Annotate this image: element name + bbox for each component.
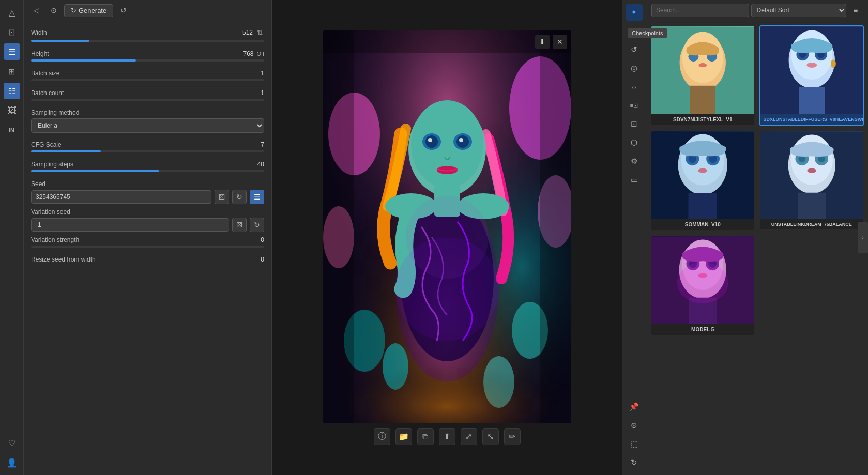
variation-seed-input[interactable] <box>31 218 229 232</box>
svg-rect-57 <box>688 193 717 219</box>
svg-point-65 <box>807 168 816 173</box>
layers-icon[interactable]: ☷ <box>4 83 20 99</box>
sampling-method-select[interactable]: Euler a Euler LMS Heun DPM2 DPM++ 2M DDI… <box>31 118 264 133</box>
svg-point-77 <box>677 262 728 303</box>
generate-button[interactable]: ↻ Generate <box>64 4 113 17</box>
triangle-icon[interactable]: △ <box>4 4 20 21</box>
refresh2-icon[interactable]: ↺ <box>626 41 643 58</box>
info-button[interactable]: ⓘ <box>374 428 390 445</box>
svg-point-15 <box>411 100 483 188</box>
model-name-2: SDXLUNSTABLEDIFFUSERS_V8HEAVENSWRATH <box>760 114 863 125</box>
svg-point-56 <box>698 168 707 173</box>
back-button[interactable]: ◁ <box>29 3 43 18</box>
model-name-4: UNSTABLEINKDREAM_75BALANCE <box>760 219 863 229</box>
filter-sort-button[interactable]: ≡ <box>848 3 863 18</box>
swap-dimensions-button[interactable]: ⇅ <box>256 27 264 38</box>
sampling-method-param-row: Sampling method <box>31 109 264 116</box>
filter2-icon[interactable]: ≡⊡ <box>626 97 643 114</box>
batch-size-value: 1 <box>261 70 264 77</box>
model-card-4[interactable]: UNSTABLEINKDREAM_75BALANCE <box>759 130 864 231</box>
sampling-steps-value: 40 <box>257 161 264 168</box>
gear2-icon[interactable]: ⚙ <box>626 153 643 170</box>
batch-size-param-row: Batch size 1 <box>31 70 264 77</box>
center-panel: ⬇ ✕ ⓘ 📁 ⧉ ⬆ ⤢ ⤡ ✏ <box>272 0 622 475</box>
layers2-icon[interactable]: ⬚ <box>626 436 643 452</box>
right-icon-toolbar: ✦ ⊞ ↺ ◎ ○ ≡⊡ ⊡ ⬡ ⚙ ▭ 📌 ⊛ ⬚ ↻ Checkpoints <box>622 0 646 475</box>
circle-icon[interactable]: ○ <box>626 79 643 95</box>
random-seed-button[interactable]: ⚄ <box>215 190 229 204</box>
sort-select[interactable]: Default Sort Name A-Z Name Z-A Newest Ol… <box>751 4 847 17</box>
variation-strength-slider[interactable] <box>31 246 264 248</box>
sampling-steps-slider[interactable] <box>31 170 264 172</box>
sampling-steps-param-row: Sampling steps 40 <box>31 161 264 168</box>
github-icon[interactable]: ⊛ <box>626 417 643 434</box>
upload-button[interactable]: ⬆ <box>439 428 455 445</box>
image-icon[interactable]: 🖼 <box>4 102 20 119</box>
recycle-seed-button[interactable]: ↻ <box>232 190 247 204</box>
zoom-button[interactable]: ⤡ <box>482 428 499 445</box>
edit-image-button[interactable]: ✏ <box>504 428 521 445</box>
seed-input[interactable] <box>31 190 211 204</box>
users-icon[interactable]: 👤 <box>4 454 20 471</box>
model-card-5[interactable]: MODEL 5 <box>650 235 755 336</box>
in-icon[interactable]: IN <box>4 122 20 139</box>
expand-panel-button[interactable]: › <box>858 222 868 253</box>
play-button[interactable]: ⊙ <box>47 3 61 18</box>
svg-point-19 <box>456 135 469 148</box>
variation-strength-param-row: Variation strength 0 <box>31 236 264 243</box>
heart-icon[interactable]: ♡ <box>4 435 20 451</box>
model-search-input[interactable] <box>651 4 749 17</box>
seed-row: ⚄ ↻ ☰ <box>31 190 264 204</box>
width-slider[interactable] <box>31 40 264 42</box>
seed-label: Seed <box>31 180 45 188</box>
random-variation-seed-button[interactable]: ⚄ <box>232 218 247 232</box>
batch-size-slider[interactable] <box>31 79 264 81</box>
pin-icon[interactable]: 📌 <box>626 399 643 415</box>
screen-icon[interactable]: ▭ <box>626 172 643 188</box>
right-panel-body: SDVN7NIJISTYLEXL_V1 <box>646 21 868 475</box>
download-image-button[interactable]: ⬇ <box>535 35 550 49</box>
cfg-scale-slider[interactable] <box>31 150 264 152</box>
sampling-method-label: Sampling method <box>31 109 79 116</box>
model-card-1[interactable]: SDVN7NIJISTYLEXL_V1 <box>650 25 755 126</box>
cfg-scale-value: 7 <box>261 141 264 148</box>
target-icon[interactable]: ◎ <box>626 60 643 76</box>
cfg-scale-param-row: CFG Scale 7 <box>31 141 264 148</box>
svg-point-46 <box>806 63 817 68</box>
svg-rect-47 <box>799 87 825 114</box>
model-card-2[interactable]: SDXLUNSTABLEDIFFUSERS_V8HEAVENSWRATH <box>759 25 864 126</box>
close-image-button[interactable]: ✕ <box>553 35 567 49</box>
svg-point-36 <box>698 63 707 67</box>
model-thumb-1 <box>651 26 754 114</box>
variation-seed-param-row: Variation seed <box>31 208 264 216</box>
image-new-icon[interactable]: ⊡ <box>4 24 20 40</box>
model-card-3[interactable]: SOMMAN_V10 <box>650 130 755 231</box>
height-param-row: Height 768 Off <box>31 50 264 57</box>
svg-point-33 <box>682 32 723 83</box>
image2-icon[interactable]: ⊡ <box>626 116 643 132</box>
svg-rect-29 <box>323 30 354 423</box>
shapes-icon[interactable]: ⬡ <box>626 134 643 151</box>
main-content: ◁ ⊙ ↻ Generate ↺ Width 512 ⇅ <box>24 0 868 475</box>
image-svg <box>323 30 571 423</box>
sliders-icon[interactable]: ☰ <box>4 43 20 60</box>
grid-icon[interactable]: ⊞ <box>4 63 20 80</box>
seed-options-button[interactable]: ☰ <box>250 190 264 204</box>
image-container: ⬇ ✕ <box>323 30 571 423</box>
svg-point-48 <box>830 59 835 68</box>
batch-size-label: Batch size <box>31 70 59 77</box>
copy-button[interactable]: ⧉ <box>417 428 434 445</box>
checkpoints-icon[interactable]: ✦ <box>626 4 643 21</box>
folder-button[interactable]: 📁 <box>395 428 412 445</box>
sampling-steps-label: Sampling steps <box>31 161 73 168</box>
panel-header: ◁ ⊙ ↻ Generate ↺ <box>24 0 271 21</box>
batch-count-slider[interactable] <box>31 99 264 101</box>
refresh3-icon[interactable]: ↻ <box>626 454 643 471</box>
loop-button[interactable]: ↺ <box>116 3 131 18</box>
width-label: Width <box>31 29 47 36</box>
variation-strength-value: 0 <box>261 236 264 243</box>
expand-arrows-button[interactable]: ⤢ <box>461 428 477 445</box>
recycle-variation-seed-button[interactable]: ↻ <box>250 218 264 232</box>
model-name-3: SOMMAN_V10 <box>651 219 754 230</box>
height-slider[interactable] <box>31 59 264 62</box>
